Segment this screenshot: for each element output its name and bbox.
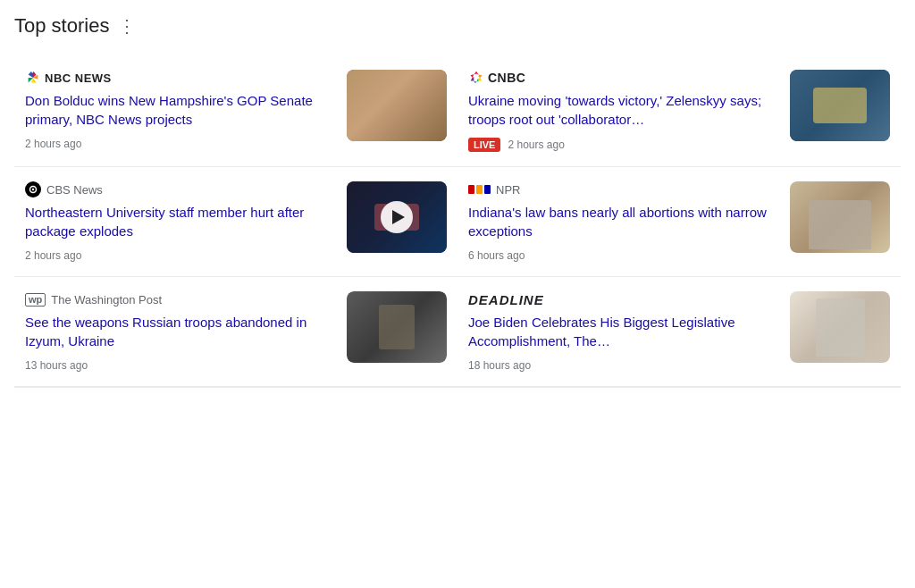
- story-title-nbc: Don Bolduc wins New Hampshire's GOP Sena…: [25, 91, 336, 129]
- wapo-logo: wp The Washington Post: [25, 291, 162, 307]
- story-card-cbs[interactable]: CBS News Northeastern University staff m…: [14, 167, 458, 277]
- story-image-deadline: [790, 291, 890, 363]
- story-image-cnbc: [790, 70, 890, 141]
- bottom-divider: [14, 387, 901, 388]
- story-time-nbc: 2 hours ago: [25, 138, 81, 150]
- story-card-deadline[interactable]: DEADLINE Joe Biden Celebrates His Bigges…: [458, 277, 901, 387]
- story-content: NBC NEWS Don Bolduc wins New Hampshire's…: [25, 70, 336, 150]
- play-button[interactable]: [381, 201, 413, 233]
- source-row: CNBC: [468, 70, 779, 86]
- story-title-cnbc: Ukraine moving 'towards victory,' Zelens…: [468, 91, 779, 129]
- story-title-wapo: See the weapons Russian troops abandoned…: [25, 313, 336, 350]
- source-row: DEADLINE: [468, 291, 779, 307]
- story-content: NPR Indiana's law bans nearly all aborti…: [468, 181, 779, 262]
- play-triangle-icon: [392, 210, 405, 224]
- cbs-source-name: CBS News: [46, 183, 103, 197]
- story-meta-cbs: 2 hours ago: [25, 249, 336, 262]
- source-row: NPR: [468, 181, 779, 197]
- story-content: CBS News Northeastern University staff m…: [25, 181, 336, 262]
- deadline-source-name: DEADLINE: [468, 292, 544, 307]
- cnbc-logo: CNBC: [468, 70, 525, 86]
- story-content: DEADLINE Joe Biden Celebrates His Bigges…: [468, 291, 779, 372]
- source-row: NBC NEWS: [25, 70, 336, 86]
- top-stories-section: Top stories ⋮ NBC NEWS: [14, 14, 901, 388]
- story-time-deadline: 18 hours ago: [468, 359, 531, 372]
- story-time-npr: 6 hours ago: [468, 249, 525, 262]
- page-title: Top stories: [14, 14, 109, 38]
- story-meta-wapo: 13 hours ago: [25, 359, 336, 372]
- story-card-nbc[interactable]: NBC NEWS Don Bolduc wins New Hampshire's…: [14, 55, 458, 167]
- story-content: wp The Washington Post See the weapons R…: [25, 291, 336, 372]
- npr-logo: NPR: [468, 181, 520, 197]
- story-meta-npr: 6 hours ago: [468, 249, 779, 262]
- svg-marker-6: [474, 71, 478, 75]
- story-card-npr[interactable]: NPR Indiana's law bans nearly all aborti…: [458, 167, 901, 277]
- story-content: CNBC Ukraine moving 'towards victory,' Z…: [468, 70, 779, 152]
- cbs-logo: CBS News: [25, 181, 103, 197]
- more-options-button[interactable]: ⋮: [118, 15, 137, 37]
- story-meta-nbc: 2 hours ago: [25, 138, 336, 150]
- wapo-wp-icon: wp: [25, 293, 46, 307]
- cbs-icon: [25, 181, 41, 197]
- svg-point-15: [32, 189, 34, 190]
- npr-source-name: NPR: [496, 183, 520, 197]
- story-image-wapo: [347, 291, 447, 363]
- svg-marker-10: [474, 81, 476, 83]
- nbc-source-name: NBC NEWS: [45, 71, 112, 85]
- nbc-logo: NBC NEWS: [25, 70, 112, 86]
- wapo-source-name: The Washington Post: [51, 293, 162, 307]
- story-card-cnbc[interactable]: CNBC Ukraine moving 'towards victory,' Z…: [458, 55, 901, 167]
- source-row: wp The Washington Post: [25, 291, 336, 307]
- story-card-wapo[interactable]: wp The Washington Post See the weapons R…: [14, 277, 458, 387]
- live-badge: LIVE: [468, 138, 500, 152]
- top-stories-header: Top stories ⋮: [14, 14, 901, 38]
- story-meta-deadline: 18 hours ago: [468, 359, 779, 372]
- story-title-cbs: Northeastern University staff member hur…: [25, 203, 336, 240]
- story-title-deadline: Joe Biden Celebrates His Biggest Legisla…: [468, 313, 779, 350]
- cnbc-source-name: CNBC: [488, 71, 525, 85]
- source-row: CBS News: [25, 181, 336, 197]
- story-image-cbs: [347, 181, 447, 253]
- story-title-npr: Indiana's law bans nearly all abortions …: [468, 203, 779, 240]
- story-time-cnbc: 2 hours ago: [508, 139, 564, 151]
- stories-grid: NBC NEWS Don Bolduc wins New Hampshire's…: [14, 55, 901, 387]
- svg-marker-7: [479, 74, 483, 78]
- deadline-logo: DEADLINE: [468, 291, 544, 307]
- story-image-nbc: [347, 70, 447, 141]
- story-time-wapo: 13 hours ago: [25, 359, 88, 372]
- story-meta-cnbc: LIVE 2 hours ago: [468, 138, 779, 152]
- story-image-npr: [790, 181, 890, 253]
- story-time-cbs: 2 hours ago: [25, 249, 81, 262]
